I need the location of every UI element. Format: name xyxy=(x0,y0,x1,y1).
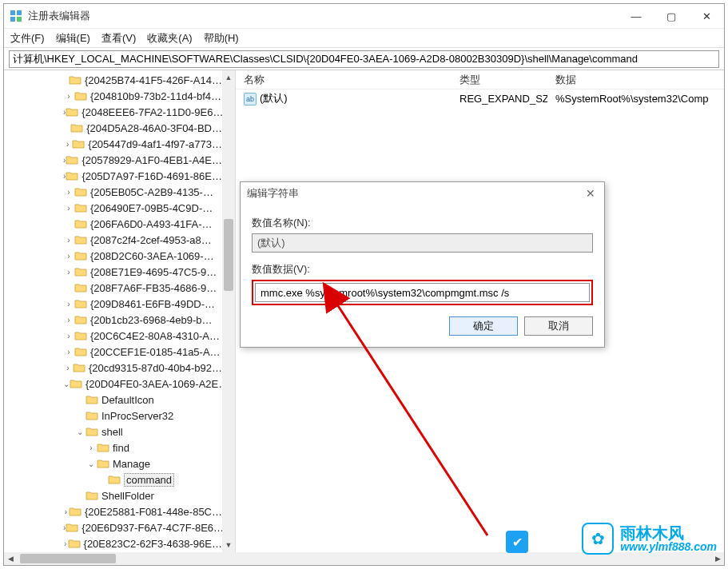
tree-item[interactable]: ›{20578929-A1F0-4EB1-A4E… xyxy=(7,152,222,168)
tree-item[interactable]: ›{20C6C4E2-80A8-4310-A… xyxy=(7,328,222,344)
scroll-right-icon[interactable]: ▶ xyxy=(711,553,724,564)
caret-right-icon[interactable]: › xyxy=(63,204,74,213)
col-header-type[interactable]: 类型 xyxy=(452,73,547,87)
tree-item[interactable]: DefaultIcon xyxy=(7,392,222,408)
tree-item-label: shell xyxy=(101,426,123,438)
caret-right-icon[interactable]: › xyxy=(63,507,69,516)
folder-icon xyxy=(97,458,109,469)
tree-item-label: {206FA6D0-A493-41FA-… xyxy=(90,218,212,230)
menu-fav[interactable]: 收藏夹(A) xyxy=(147,31,192,46)
menu-file[interactable]: 文件(F) xyxy=(10,31,45,46)
tree-item[interactable]: ⌄{20D04FE0-3AEA-1069-A2E… xyxy=(7,376,222,392)
folder-icon xyxy=(73,362,86,373)
tree-item[interactable]: ⌄Manage xyxy=(7,456,222,472)
scroll-left-icon[interactable]: ◀ xyxy=(4,553,17,564)
svg-rect-2 xyxy=(10,17,15,22)
tree-item-label: find xyxy=(113,442,129,454)
tree-view[interactable]: {20425B74-41F5-426F-A14…›{204810b9-73b2-… xyxy=(4,70,222,552)
menu-help[interactable]: 帮助(H) xyxy=(204,31,239,46)
caret-right-icon[interactable]: › xyxy=(63,300,74,308)
tree-item[interactable]: ›{208E71E9-4695-47C5-9… xyxy=(7,264,222,280)
tree-item[interactable]: ›{20E823C2-62F3-4638-96E… xyxy=(7,535,222,551)
folder-icon xyxy=(86,410,98,421)
close-button[interactable]: ✕ xyxy=(689,5,724,27)
tree-item[interactable]: ›{205EB05C-A2B9-4135-… xyxy=(7,184,222,200)
caret-right-icon[interactable]: › xyxy=(63,92,74,101)
caret-down-icon[interactable]: ⌄ xyxy=(63,380,70,388)
ok-button[interactable]: 确定 xyxy=(449,316,518,336)
tree-item[interactable]: ShellFolder xyxy=(7,487,222,503)
tree-item[interactable]: {206FA6D0-A493-41FA-… xyxy=(7,216,222,232)
caret-right-icon[interactable]: › xyxy=(63,236,74,245)
list-header: 名称 类型 数据 xyxy=(236,70,724,90)
folder-icon xyxy=(74,314,87,325)
scroll-up-icon[interactable]: ▲ xyxy=(223,72,234,83)
caret-right-icon[interactable]: › xyxy=(63,316,74,324)
tree-item[interactable]: ›{209D8461-E6FB-49DD-… xyxy=(7,296,222,312)
tree-item[interactable]: ›{20cd9315-87d0-40b4-b92… xyxy=(7,360,222,376)
tree-item[interactable]: ›{205447d9-4af1-4f97-a773… xyxy=(7,136,222,152)
tree-item[interactable]: ›{20CCEF1E-0185-41a5-A… xyxy=(7,344,222,360)
value-name-input[interactable] xyxy=(252,233,593,253)
tree-item[interactable]: ›{2048EEE6-7FA2-11D0-9E6… xyxy=(7,104,222,120)
folder-icon xyxy=(108,474,121,485)
tree-item[interactable]: ›{206490E7-09B5-4C9D-… xyxy=(7,200,222,216)
string-value-icon: ab xyxy=(244,93,257,105)
value-data-input[interactable] xyxy=(255,283,590,302)
value-data-label: 数值数据(V): xyxy=(252,262,593,277)
minimize-button[interactable]: — xyxy=(619,5,654,27)
watermark-brand: 雨林木风 xyxy=(620,525,717,541)
tree-item[interactable]: ›find xyxy=(7,440,222,456)
caret-right-icon[interactable]: › xyxy=(63,252,74,261)
tree-item[interactable]: InProcServer32 xyxy=(7,408,222,424)
menu-view[interactable]: 查看(V) xyxy=(101,31,136,46)
folder-icon xyxy=(66,154,78,165)
scroll-down-icon[interactable]: ▼ xyxy=(223,539,234,551)
tree-item[interactable]: command xyxy=(7,472,222,487)
maximize-button[interactable]: ▢ xyxy=(654,5,689,27)
tree-item-label: {209D8461-E6FB-49DD-… xyxy=(90,298,215,310)
tree-item[interactable]: ›{20E6D937-F6A7-4C7F-8E6… xyxy=(7,519,222,535)
tree-item-label: Manage xyxy=(113,458,150,470)
folder-icon xyxy=(74,202,87,213)
tree-item-label: {20578929-A1F0-4EB1-A4E… xyxy=(82,154,222,166)
caret-right-icon[interactable]: › xyxy=(63,188,74,197)
caret-right-icon[interactable]: › xyxy=(63,268,74,277)
tree-item-label: {2048EEE6-7FA2-11D0-9E6… xyxy=(82,106,222,118)
tree-item[interactable]: ⌄shell xyxy=(7,424,222,440)
dialog-close-icon[interactable]: ✕ xyxy=(583,186,598,201)
tree-vertical-scrollbar[interactable]: ▲ ▼ xyxy=(222,70,235,552)
tree-item[interactable]: ›{205D7A97-F16D-4691-86E… xyxy=(7,168,222,184)
tree-item[interactable]: ›{2087c2f4-2cef-4953-a8… xyxy=(7,232,222,248)
col-header-name[interactable]: 名称 xyxy=(236,73,452,87)
svg-rect-0 xyxy=(10,10,15,15)
caret-right-icon[interactable]: › xyxy=(63,332,74,340)
caret-right-icon[interactable]: › xyxy=(63,364,73,372)
folder-icon xyxy=(70,378,82,389)
folder-icon xyxy=(68,538,81,549)
path-input[interactable] xyxy=(9,50,719,68)
list-row[interactable]: ab(默认)REG_EXPAND_SZ%SystemRoot%\system32… xyxy=(236,90,724,107)
col-header-data[interactable]: 数据 xyxy=(547,73,724,87)
tree-item[interactable]: ›{208D2C60-3AEA-1069-… xyxy=(7,248,222,264)
dialog-title: 编辑字符串 xyxy=(247,186,583,201)
tree-item-label: {205EB05C-A2B9-4135-… xyxy=(90,186,213,198)
value-name-label: 数值名称(N): xyxy=(252,216,593,230)
folder-icon xyxy=(66,522,78,533)
tree-item[interactable]: ›{20b1cb23-6968-4eb9-b… xyxy=(7,312,222,328)
caret-down-icon[interactable]: ⌄ xyxy=(86,460,97,468)
caret-right-icon[interactable]: › xyxy=(86,444,97,452)
tree-item[interactable]: ›{204810b9-73b2-11d4-bf4… xyxy=(7,88,222,104)
caret-right-icon[interactable]: › xyxy=(63,140,72,149)
tree-item[interactable]: {204D5A28-46A0-3F04-BD… xyxy=(7,120,222,136)
tree-item[interactable]: {20425B74-41F5-426F-A14… xyxy=(7,72,222,88)
tree-item-label: ShellFolder xyxy=(101,490,154,502)
caret-down-icon[interactable]: ⌄ xyxy=(74,428,86,436)
tree-item[interactable]: ›{20E25881-F081-448e-85C… xyxy=(7,503,222,519)
tree-item[interactable]: {208F7A6F-FB35-4686-9… xyxy=(7,280,222,296)
cancel-button[interactable]: 取消 xyxy=(524,316,593,336)
titlebar: 注册表编辑器 — ▢ ✕ xyxy=(4,4,724,28)
folder-icon xyxy=(74,282,87,293)
menu-edit[interactable]: 编辑(E) xyxy=(56,31,90,46)
caret-right-icon[interactable]: › xyxy=(63,348,74,356)
